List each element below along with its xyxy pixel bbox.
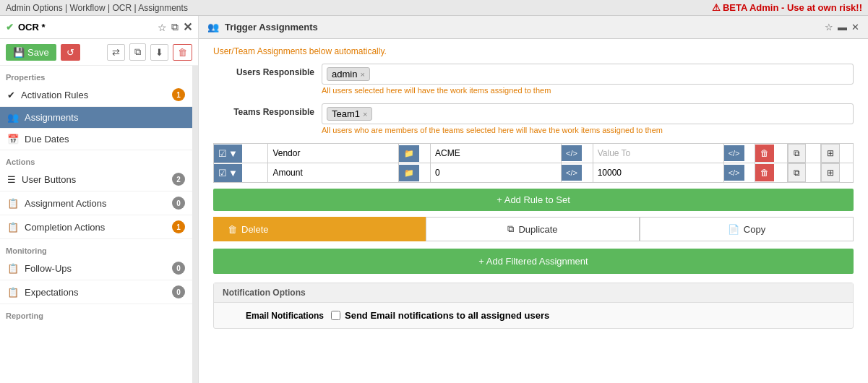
sidebar-item-label: Activation Rules	[21, 90, 88, 100]
rule-valueto-amount[interactable]	[593, 164, 723, 181]
chevron-down-icon: ▼	[228, 148, 238, 159]
users-responsible-area: admin × All users selected here will hav…	[322, 64, 854, 95]
completion-actions-icon: 📋	[7, 222, 19, 233]
email-checkbox-group: Send Email notifications to all assigned…	[331, 310, 549, 321]
save-button[interactable]: 💾 Save	[6, 44, 56, 61]
rule-check-btn-vendor[interactable]: ☑ ▼	[214, 145, 242, 163]
rule-value-amount[interactable]	[431, 164, 561, 181]
expectations-badge: 0	[172, 285, 185, 298]
sidebar-item-label: Assignment Actions	[25, 198, 106, 209]
notification-header: Notification Options	[214, 283, 853, 303]
undo-button[interactable]: ↺	[61, 44, 80, 61]
add-filtered-assignment-button[interactable]: + Add Filtered Assignment	[213, 249, 854, 274]
users-help-text: All users selected here will have the wo…	[322, 86, 854, 95]
email-notifications-label: Email Notifications	[223, 311, 324, 321]
notification-body: Email Notifications Send Email notificat…	[214, 303, 853, 328]
sidebar-item-label: Completion Actions	[25, 222, 105, 233]
sidebar: ✔ OCR * ☆ ⧉ ✕ 💾 Save ↺ ⇄ ⧉ ⬇ 🗑	[0, 16, 199, 383]
copy-icon[interactable]: ⧉	[171, 21, 179, 33]
chevron-down-icon: ▼	[228, 168, 238, 178]
follow-ups-icon: 📋	[7, 263, 19, 274]
sidebar-item-user-buttons[interactable]: ☰ User Buttons 2	[0, 168, 192, 192]
completion-actions-badge: 1	[172, 220, 185, 233]
sidebar-item-follow-ups[interactable]: 📋 Follow-Ups 0	[0, 257, 192, 280]
warning-icon: ⚠	[712, 2, 721, 13]
assignments-icon: 👥	[7, 112, 19, 123]
content-body: User/Team Assignments below automaticall…	[199, 39, 868, 383]
sidebar-scrollbar[interactable]	[192, 66, 198, 383]
delete-icon-btn[interactable]: 🗑	[173, 44, 192, 61]
rule-delete-btn-vendor[interactable]: 🗑	[755, 145, 774, 162]
rule-folder-btn-vendor[interactable]: 📁	[399, 145, 419, 162]
section-monitoring: Monitoring	[0, 242, 192, 257]
sidebar-item-due-dates[interactable]: 📅 Due Dates	[0, 129, 192, 150]
rule-extra-btn-amount[interactable]: ⊞	[821, 163, 840, 182]
minimize-icon[interactable]: ▬	[838, 22, 847, 33]
admin-tag-remove[interactable]: ×	[360, 70, 364, 79]
sidebar-item-activation-rules[interactable]: ✔ Activation Rules 1	[0, 83, 192, 107]
list-icon: ☰	[7, 174, 16, 185]
team1-tag-remove[interactable]: ×	[363, 110, 367, 119]
breadcrumb: Admin Options | Workflow | OCR | Assignm…	[6, 3, 188, 13]
delete-button[interactable]: 🗑 Delete	[213, 217, 426, 241]
rule-value-vendor[interactable]	[431, 145, 561, 162]
section-properties: Properties	[0, 69, 192, 83]
rule-field-amount[interactable]	[268, 164, 398, 181]
sidebar-header-icons: ☆ ⧉ ✕	[158, 20, 192, 34]
rule-code-btn-amount[interactable]: </>	[562, 165, 582, 181]
rule-code-btn-vendor[interactable]: </>	[562, 145, 582, 161]
sidebar-item-assignments[interactable]: 👥 Assignments	[0, 107, 192, 129]
rule-row-vendor: ☑ ▼ 📁	[214, 144, 854, 163]
add-rule-button[interactable]: + Add Rule to Set	[213, 189, 854, 211]
content-title-icon: 👥	[207, 22, 219, 33]
content-title-text: Trigger Assignments	[225, 22, 318, 33]
assignment-actions-icon: 📋	[7, 198, 19, 209]
copy-button[interactable]: 📄 Copy	[640, 217, 854, 241]
sidebar-item-expectations[interactable]: 📋 Expectations 0	[0, 280, 192, 304]
content-header: 👥 Trigger Assignments ☆ ▬ ✕	[199, 16, 868, 39]
rule-delete-btn-amount[interactable]: 🗑	[755, 164, 774, 181]
rule-folder-btn-amount[interactable]: 📁	[399, 165, 419, 181]
content-area: 👥 Trigger Assignments ☆ ▬ ✕ User/Team As…	[199, 16, 868, 383]
activation-rules-badge: 1	[172, 88, 185, 101]
sidebar-toolbar: 💾 Save ↺ ⇄ ⧉ ⬇ 🗑	[0, 39, 198, 66]
sidebar-title: ✔ OCR *	[6, 22, 46, 33]
email-checkbox[interactable]	[331, 311, 340, 320]
calendar-icon: 📅	[7, 134, 19, 145]
teams-responsible-row: Teams Responsible Team1 × All users who …	[213, 103, 854, 134]
section-reporting: Reporting	[0, 307, 192, 322]
users-responsible-input[interactable]: admin ×	[322, 64, 854, 85]
teams-help-text: All users who are members of the teams s…	[322, 126, 854, 134]
users-responsible-label: Users Responsible	[213, 64, 314, 77]
sidebar-scroll: Properties ✔ Activation Rules 1 👥 Assign…	[0, 66, 198, 383]
breadcrumb-text: User/Team Assignments below automaticall…	[213, 46, 854, 56]
star-icon[interactable]: ☆	[158, 22, 167, 33]
users-responsible-row: Users Responsible admin × All users sele…	[213, 64, 854, 95]
trash-icon: 🗑	[228, 224, 237, 235]
close-header-icon[interactable]: ✕	[851, 22, 859, 33]
sidebar-item-assignment-actions[interactable]: 📋 Assignment Actions 0	[0, 192, 192, 215]
duplicate-icon-btn[interactable]: ⧉	[129, 43, 146, 61]
team1-tag: Team1 ×	[327, 107, 372, 121]
star-header-icon[interactable]: ☆	[825, 22, 833, 33]
rule-copy-btn-vendor[interactable]: ⧉	[788, 144, 806, 163]
sidebar-item-label: Assignments	[25, 112, 78, 123]
rule-code-btn2-amount[interactable]: </>	[724, 165, 744, 181]
teams-responsible-input[interactable]: Team1 ×	[322, 103, 854, 124]
sidebar-item-label: Expectations	[25, 287, 78, 298]
duplicate-button[interactable]: ⧉ Duplicate	[426, 217, 640, 241]
rule-code-btn2-vendor[interactable]: </>	[724, 145, 744, 161]
download-icon-btn[interactable]: ⬇	[150, 44, 168, 61]
section-actions: Actions	[0, 153, 192, 168]
rule-field-vendor[interactable]	[268, 145, 398, 162]
rule-check-btn-amount[interactable]: ☑ ▼	[214, 164, 242, 182]
check-list-icon: ✔	[7, 90, 15, 100]
transfer-icon-btn[interactable]: ⇄	[107, 44, 125, 61]
checkbox-icon: ☑	[218, 148, 227, 159]
rule-extra-btn-vendor[interactable]: ⊞	[821, 144, 840, 163]
sidebar-item-completion-actions[interactable]: 📋 Completion Actions 1	[0, 215, 192, 239]
close-icon[interactable]: ✕	[183, 20, 192, 34]
rule-valueto-vendor[interactable]	[593, 145, 723, 162]
rule-copy-btn-amount[interactable]: ⧉	[788, 163, 806, 182]
notification-section: Notification Options Email Notifications…	[213, 283, 854, 329]
